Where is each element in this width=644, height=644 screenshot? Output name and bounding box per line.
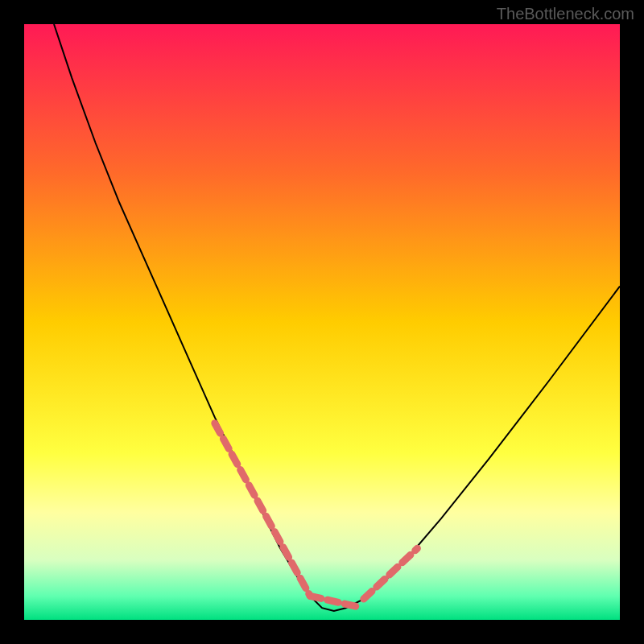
attribution-text: TheBottleneck.com <box>497 5 634 23</box>
bottleneck-chart <box>24 24 620 620</box>
chart-background <box>24 24 620 620</box>
